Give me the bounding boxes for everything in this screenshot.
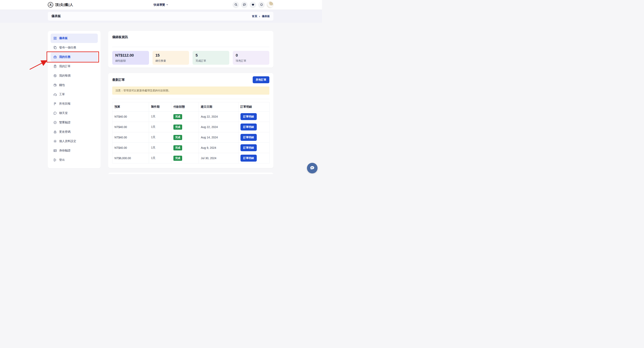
stat-label: 錢包餘額 — [115, 59, 146, 63]
brand-name: 頂|尖|獵|人 — [55, 3, 73, 7]
table-row: NT$6,000.00 1天 完成 Jul 30, 2024 訂單明細 — [112, 153, 270, 163]
cell-budget: NT$40.00 — [112, 111, 149, 122]
cell-duration: 1天 — [149, 153, 171, 163]
sidebar-item-wallet[interactable]: 錢包 — [50, 80, 98, 90]
sidebar-item-label: 我的訂單 — [59, 65, 70, 68]
main-column: 儀錶板資訊 NT$112.00 錢包餘額 15 總任務量 5 完成訂單 — [108, 31, 274, 174]
content-area: 儀表板 發布一個任務 我的任務 我的訂單 我的報價 錢包 — [48, 31, 274, 174]
quick-nav-dropdown[interactable]: 快速導覽 — [154, 3, 168, 7]
flag-icon — [53, 102, 57, 106]
sidebar-item-post-task[interactable]: 發布一個任務 — [50, 43, 98, 52]
page-header-band: 儀表板 首頁 › 儀表板 — [0, 10, 322, 23]
sidebar-item-label: 登出 — [59, 158, 65, 162]
grid-icon — [53, 37, 57, 40]
briefcase-icon — [53, 55, 57, 59]
brand-logo-icon: Hunter X Top — [48, 2, 53, 8]
column-order-detail: 訂單明細 — [238, 102, 270, 111]
status-badge: 完成 — [174, 145, 182, 150]
sidebar-item-label: 身份驗證 — [59, 149, 70, 152]
order-detail-button[interactable]: 訂單明細 — [240, 123, 257, 130]
status-badge: 完成 — [174, 135, 182, 140]
post-task-icon — [53, 46, 57, 50]
stat-label: 總任務量 — [156, 59, 186, 63]
stat-value: NT$112.00 — [115, 53, 146, 58]
order-detail-button[interactable]: 訂單明細 — [240, 144, 257, 151]
order-detail-button[interactable]: 訂單明細 — [240, 113, 257, 120]
status-badge: 完成 — [174, 124, 182, 130]
stat-total-tasks: 15 總任務量 — [152, 51, 189, 65]
sidebar-item-change-password[interactable]: 更改密碼 — [50, 127, 98, 136]
stat-value: 0 — [236, 53, 266, 58]
gear-icon — [53, 139, 57, 143]
table-row: NT$40.00 1天 完成 Aug 22, 2024 訂單明細 — [112, 122, 270, 132]
order-detail-button[interactable]: 訂單明細 — [240, 134, 257, 141]
chat-fab-button[interactable] — [307, 163, 318, 173]
latest-orders-header: 最新訂單 所有訂單 — [112, 76, 269, 83]
status-badge: 完成 — [174, 114, 182, 119]
cell-duration: 1天 — [149, 122, 171, 132]
order-detail-button[interactable]: 訂單明細 — [240, 155, 257, 161]
column-created-date: 建立日期 — [199, 102, 238, 111]
sidebar-item-label: 所有回報 — [59, 102, 70, 106]
latest-orders-card: 最新訂單 所有訂單 注意：管理員可以更新待處理交易的付款狀態。 預算 製作期 付… — [108, 73, 274, 168]
sidebar-item-my-tasks[interactable]: 我的任務 — [50, 52, 98, 62]
sidebar-item-label: 我的任務 — [59, 55, 70, 59]
sidebar-item-label: 個人資料設定 — [59, 139, 76, 143]
stat-value: 15 — [156, 53, 186, 58]
cell-date: Aug 22, 2024 — [199, 111, 238, 122]
messages-button[interactable] — [241, 2, 248, 8]
stats-row: NT$112.00 錢包餘額 15 總任務量 5 完成訂單 0 現有訂單 — [112, 51, 269, 65]
logout-icon — [53, 158, 57, 162]
breadcrumb-home-link[interactable]: 首頁 — [252, 15, 257, 18]
orders-table: 預算 製作期 付款狀態 建立日期 訂單明細 NT$40.00 1天 完成 Aug — [112, 102, 270, 163]
table-row: NT$40.00 1天 完成 Aug 9, 2024 訂單明細 — [112, 143, 270, 153]
all-orders-button[interactable]: 所有訂單 — [253, 76, 269, 83]
user-avatar[interactable] — [267, 2, 274, 8]
cell-budget: NT$40.00 — [112, 143, 149, 153]
breadcrumb-current: 儀表板 — [262, 15, 270, 18]
sidebar-item-tickets[interactable]: 工單 — [50, 90, 98, 99]
sidebar-item-my-orders[interactable]: 我的訂單 — [50, 62, 98, 71]
table-row: NT$40.00 1天 完成 Aug 22, 2024 訂單明細 — [112, 111, 270, 122]
stat-label: 完成訂單 — [196, 59, 226, 63]
chat-fab-icon — [310, 165, 315, 171]
sidebar-item-label: 雙重驗證 — [59, 121, 70, 124]
navbar-actions — [232, 2, 274, 8]
cell-date: Aug 9, 2024 — [199, 143, 238, 153]
cell-date: Aug 14, 2024 — [199, 132, 238, 143]
brand-logo[interactable]: Hunter X Top 頂|尖|獵|人 — [48, 2, 73, 8]
stat-completed-orders: 5 完成訂單 — [192, 51, 229, 65]
table-scroll-track[interactable] — [112, 99, 269, 99]
sidebar: 儀表板 發布一個任務 我的任務 我的訂單 我的報價 錢包 — [48, 31, 100, 168]
sidebar-item-my-quotes[interactable]: 我的報價 — [50, 71, 98, 80]
search-button[interactable] — [232, 2, 239, 8]
annotation-arrow — [28, 59, 48, 71]
sidebar-item-profile-settings[interactable]: 個人資料設定 — [50, 136, 98, 146]
sidebar-item-chat-room[interactable]: 聊天室 — [50, 108, 98, 118]
sidebar-item-all-reports[interactable]: 所有回報 — [50, 99, 98, 108]
cell-date: Jul 30, 2024 — [199, 153, 238, 163]
notifications-button[interactable] — [258, 2, 265, 8]
sidebar-item-label: 聊天室 — [59, 111, 68, 115]
sidebar-item-label: 更改密碼 — [59, 130, 70, 134]
logo-left-text: Hunter — [48, 5, 51, 6]
clipboard-icon — [53, 65, 57, 68]
sidebar-item-two-factor[interactable]: 雙重驗證 — [50, 118, 98, 127]
card-divider — [112, 47, 269, 47]
sidebar-item-logout[interactable]: 登出 — [50, 155, 98, 165]
cell-duration: 1天 — [149, 132, 171, 143]
status-badge: 完成 — [174, 156, 182, 161]
sidebar-item-label: 工單 — [59, 93, 65, 96]
dashboard-info-title: 儀錶板資訊 — [112, 35, 269, 39]
sidebar-item-dashboard[interactable]: 儀表板 — [50, 34, 98, 43]
column-payment-status: 付款狀態 — [171, 102, 199, 111]
column-duration: 製作期 — [149, 102, 171, 111]
column-budget: 預算 — [112, 102, 149, 111]
sidebar-item-identity-verification[interactable]: 身份驗證 — [50, 146, 98, 155]
chat-icon — [243, 3, 246, 7]
stat-value: 5 — [196, 53, 226, 58]
favorites-button[interactable] — [250, 2, 256, 8]
latest-orders-title: 最新訂單 — [112, 78, 125, 82]
dashboard-info-card: 儀錶板資訊 NT$112.00 錢包餘額 15 總任務量 5 完成訂單 — [108, 31, 274, 68]
cell-date: Aug 22, 2024 — [199, 122, 238, 132]
